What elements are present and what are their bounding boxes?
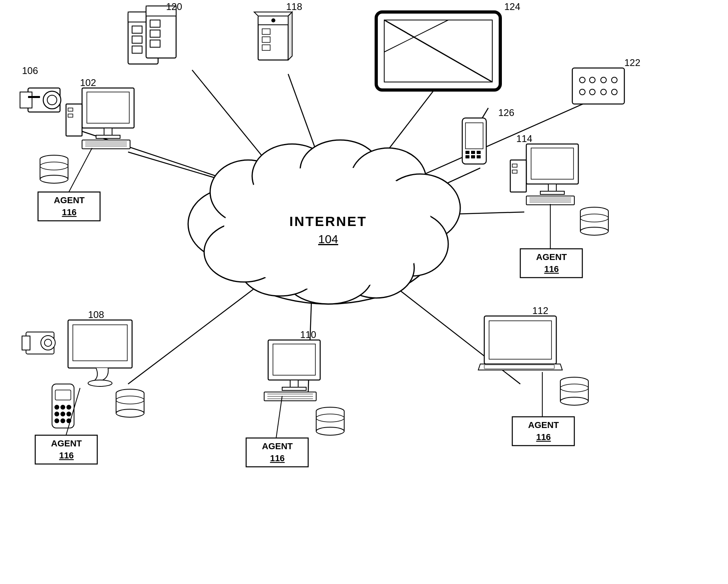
- svg-point-110: [44, 339, 52, 346]
- node-112: [478, 316, 562, 370]
- node-122: [572, 68, 624, 104]
- svg-rect-93: [512, 170, 517, 173]
- svg-point-68: [47, 95, 57, 105]
- svg-rect-144: [484, 365, 554, 369]
- svg-rect-131: [282, 387, 306, 390]
- svg-rect-61: [477, 151, 481, 154]
- svg-rect-38: [262, 29, 270, 34]
- agent-label-114: AGENT: [536, 252, 568, 262]
- svg-rect-66: [20, 92, 32, 108]
- diagram-container: INTERNET 104 120: [0, 0, 728, 584]
- svg-point-48: [580, 77, 585, 83]
- svg-rect-28: [132, 46, 142, 53]
- svg-rect-77: [82, 140, 130, 149]
- svg-point-54: [601, 89, 606, 95]
- svg-point-126: [116, 409, 144, 417]
- ref-120: 120: [166, 1, 182, 12]
- ref-124: 124: [504, 1, 520, 12]
- svg-rect-40: [262, 45, 270, 50]
- agent-number-108: 116: [59, 450, 74, 460]
- svg-marker-41: [254, 12, 292, 16]
- database-108: [116, 389, 144, 417]
- agent-number-110: 116: [270, 453, 285, 463]
- svg-rect-62: [465, 155, 469, 158]
- ref-122: 122: [624, 57, 640, 68]
- svg-point-120: [60, 418, 65, 423]
- node-102: [66, 88, 134, 149]
- svg-rect-34: [150, 40, 160, 47]
- svg-rect-26: [132, 26, 142, 33]
- svg-rect-47: [572, 68, 624, 104]
- database-102: [40, 155, 68, 183]
- node-108: [68, 320, 132, 386]
- internet-text: INTERNET: [289, 214, 367, 229]
- database-110: [316, 407, 344, 435]
- svg-rect-71: [87, 92, 129, 123]
- svg-rect-60: [471, 151, 475, 154]
- svg-point-119: [54, 418, 59, 423]
- svg-rect-69: [28, 96, 40, 98]
- agent-label-102: AGENT: [54, 195, 85, 205]
- ref-118: 118: [286, 1, 302, 12]
- svg-rect-57: [465, 123, 483, 149]
- ref-112: 112: [532, 305, 548, 316]
- node-106: [20, 88, 61, 112]
- svg-rect-108: [22, 336, 30, 350]
- ref-126: 126: [498, 107, 514, 118]
- camera-108: [22, 332, 55, 354]
- node-114: [510, 144, 578, 205]
- svg-rect-39: [262, 37, 270, 42]
- svg-point-149: [560, 397, 588, 405]
- svg-rect-90: [540, 191, 564, 194]
- agent-number-114: 116: [544, 264, 559, 274]
- svg-point-106: [88, 380, 112, 386]
- svg-point-114: [60, 405, 65, 410]
- svg-rect-112: [55, 390, 71, 400]
- svg-rect-64: [477, 155, 481, 158]
- ref-108: 108: [88, 309, 104, 320]
- agent-label-112: AGENT: [528, 420, 560, 430]
- svg-point-113: [54, 405, 59, 410]
- svg-marker-42: [288, 12, 292, 60]
- svg-point-116: [54, 412, 59, 416]
- database-112: [560, 377, 588, 405]
- svg-rect-27: [132, 36, 142, 43]
- svg-point-51: [612, 77, 617, 83]
- agent-number-112: 116: [536, 432, 551, 442]
- agent-label-110: AGENT: [262, 441, 293, 451]
- node-120: [128, 6, 176, 64]
- svg-rect-92: [512, 164, 517, 167]
- svg-rect-32: [150, 20, 160, 27]
- svg-rect-59: [465, 151, 469, 154]
- node-118: [254, 12, 292, 60]
- svg-rect-129: [273, 344, 315, 375]
- svg-line-151: [69, 148, 92, 192]
- svg-rect-73: [96, 135, 120, 138]
- svg-point-49: [590, 77, 595, 83]
- remote-108: [52, 384, 74, 428]
- agent-label-108: AGENT: [51, 438, 82, 448]
- svg-rect-63: [471, 155, 475, 158]
- svg-rect-76: [68, 114, 73, 117]
- svg-rect-88: [531, 148, 574, 179]
- ref-110: 110: [300, 329, 316, 340]
- ref-114: 114: [516, 133, 532, 144]
- svg-point-140: [316, 427, 344, 435]
- database-114: [580, 207, 608, 235]
- svg-point-102: [580, 227, 608, 235]
- ref-106: 106: [22, 65, 38, 76]
- agent-number-102: 116: [62, 207, 77, 217]
- svg-point-55: [612, 89, 617, 95]
- svg-rect-94: [526, 196, 574, 205]
- svg-line-154: [276, 396, 282, 438]
- svg-rect-75: [68, 108, 73, 111]
- svg-line-58: [482, 108, 488, 118]
- node-110: [264, 340, 320, 401]
- network-diagram-svg: INTERNET 104 120: [0, 0, 728, 584]
- node-126: [462, 108, 488, 164]
- svg-point-85: [40, 175, 68, 183]
- svg-rect-143: [489, 321, 552, 359]
- svg-point-117: [60, 412, 65, 416]
- svg-point-37: [271, 18, 275, 22]
- svg-point-115: [66, 405, 71, 410]
